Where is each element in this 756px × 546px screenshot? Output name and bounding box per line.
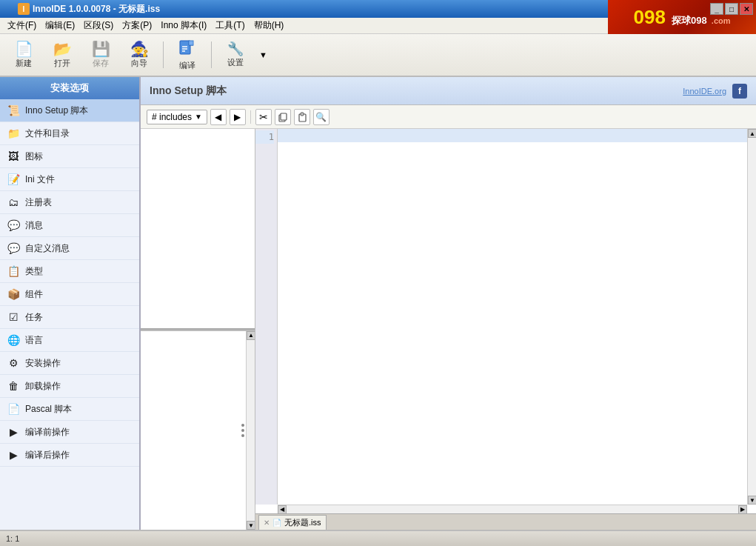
tab-close-icon[interactable]: ✕	[264, 519, 270, 527]
sidebar-item-post-compile[interactable]: ▶ 编译后操作	[0, 444, 139, 467]
menu-help[interactable]: 帮助(H)	[250, 18, 289, 33]
registry-icon: 🗂	[6, 195, 21, 210]
sidebar-item-types-label: 类型	[25, 265, 43, 278]
toolbar-separator	[163, 41, 164, 68]
sidebar-item-icons-label: 图标	[25, 150, 43, 163]
editor-line-1	[278, 129, 747, 142]
save-button[interactable]: 💾 保存	[83, 37, 118, 73]
resize-handle[interactable]	[240, 408, 246, 453]
sidebar-item-tasks-label: 任务	[25, 311, 43, 324]
sidebar-item-components[interactable]: 📦 组件	[0, 283, 139, 306]
svg-rect-2	[189, 41, 193, 45]
new-icon: 📄	[15, 41, 33, 56]
sidebar-item-messages-label: 消息	[25, 219, 43, 232]
sidebar-item-tasks[interactable]: ☑ 任务	[0, 306, 139, 329]
compile-icon	[178, 39, 196, 59]
tasks-icon: ☑	[6, 310, 21, 324]
sidebar-item-uninstall-ops-label: 卸载操作	[25, 380, 61, 393]
ini-icon: 📝	[6, 172, 21, 187]
open-button[interactable]: 📂 打开	[44, 37, 80, 73]
scroll-left-button[interactable]: ◀	[278, 505, 287, 514]
tab-icon: 📄	[272, 519, 281, 527]
right-editor: 1 ▲ ▼	[255, 129, 756, 530]
scroll-right-button[interactable]: ▶	[738, 505, 747, 514]
toolbar: 📄 新建 📂 打开 💾 保存 🧙 向导	[0, 34, 756, 77]
wizard-button[interactable]: 🧙 向导	[121, 37, 157, 73]
toolbar-separator-2	[211, 41, 212, 68]
close-button[interactable]: ✕	[740, 3, 753, 15]
menu-file[interactable]: 文件(F)	[3, 18, 41, 33]
copy-button[interactable]	[275, 109, 291, 125]
line-numbers: 1	[255, 129, 278, 505]
sidebar-item-icons[interactable]: 🖼 图标	[0, 145, 139, 168]
sidebar-item-uninstall-ops[interactable]: 🗑 卸载操作	[0, 375, 139, 398]
sidebar-item-files-dirs[interactable]: 📁 文件和目录	[0, 122, 139, 145]
back-button[interactable]: ◀	[210, 109, 227, 125]
scroll-track-h	[287, 505, 738, 514]
facebook-icon[interactable]: f	[732, 84, 747, 99]
file-list-panel[interactable]	[141, 129, 255, 330]
line-number-1: 1	[255, 130, 274, 144]
menu-tools[interactable]: 工具(T)	[211, 18, 249, 33]
sidebar-item-install-ops-label: 安装操作	[25, 357, 61, 370]
sidebar-item-custom-messages[interactable]: 💬 自定义消息	[0, 237, 139, 260]
uninstall-ops-icon: 🗑	[6, 379, 21, 393]
tab-name: 无标题.iss	[284, 517, 321, 528]
menu-inno[interactable]: Inno 脚本(I)	[156, 18, 211, 33]
innoid-link[interactable]: InnoIDE.org	[683, 87, 726, 96]
inc-separator	[250, 110, 251, 124]
scroll-up-button[interactable]: ▲	[247, 331, 255, 340]
wizard-icon: 🧙	[130, 41, 149, 56]
sidebar-item-language[interactable]: 🌐 语言	[0, 329, 139, 352]
editor-content[interactable]	[278, 129, 747, 505]
sidebar-item-components-label: 组件	[25, 288, 43, 301]
sidebar-item-ini-label: Ini 文件	[25, 173, 55, 186]
editor-scrollbar-v[interactable]: ▲ ▼	[747, 129, 756, 505]
compile-button[interactable]: 编译	[170, 37, 205, 73]
sidebar-item-messages[interactable]: 💬 消息	[0, 214, 139, 237]
sidebar-item-pre-compile[interactable]: ▶ 编译前操作	[0, 421, 139, 444]
includes-dropdown[interactable]: # includes ▼	[147, 110, 207, 124]
icons-icon: 🖼	[6, 149, 21, 164]
file-tab[interactable]: ✕ 📄 无标题.iss	[258, 515, 327, 530]
maximize-button[interactable]: □	[725, 3, 738, 15]
script-title: Inno Setup 脚本	[150, 84, 227, 98]
pascal-icon: 📄	[6, 402, 21, 416]
sidebar-item-pascal[interactable]: 📄 Pascal 脚本	[0, 398, 139, 421]
menu-section[interactable]: 区段(S)	[79, 18, 118, 33]
sidebar-item-custom-messages-label: 自定义消息	[25, 242, 70, 255]
scroll-up-button[interactable]: ▲	[748, 129, 756, 138]
inno-setup-icon: 📜	[6, 103, 21, 118]
search-button[interactable]: 🔍	[313, 109, 330, 125]
script-header: Inno Setup 脚本 InnoIDE.org f	[141, 77, 756, 105]
new-label: 新建	[16, 58, 32, 69]
svg-rect-7	[281, 113, 287, 120]
sidebar-item-install-ops[interactable]: ⚙ 安装操作	[0, 352, 139, 375]
sidebar-item-registry[interactable]: 🗂 注册表	[0, 191, 139, 214]
editor-scrollbar-h[interactable]: ◀ ▶	[278, 505, 747, 513]
scroll-down-button[interactable]: ▼	[247, 521, 255, 530]
includes-bar: # includes ▼ ◀ ▶ ✂ 🔍	[141, 105, 756, 129]
cursor-position: 1: 1	[6, 534, 19, 543]
sidebar-header: 安装选项	[0, 77, 139, 99]
forward-button[interactable]: ▶	[230, 109, 246, 125]
sidebar-item-ini[interactable]: 📝 Ini 文件	[0, 168, 139, 191]
new-button[interactable]: 📄 新建	[6, 37, 41, 73]
components-icon: 📦	[6, 287, 21, 302]
save-label: 保存	[93, 58, 109, 69]
minimize-button[interactable]: _	[710, 3, 723, 15]
compile-label: 编译	[179, 60, 195, 71]
sidebar-item-types[interactable]: 📋 类型	[0, 260, 139, 283]
menu-edit[interactable]: 编辑(E)	[41, 18, 79, 33]
menu-scheme[interactable]: 方案(P)	[118, 18, 156, 33]
types-icon: 📋	[6, 264, 21, 279]
pre-compile-icon: ▶	[6, 425, 21, 439]
settings-arrow[interactable]: ▼	[259, 50, 267, 59]
sidebar-item-inno-setup[interactable]: 📜 Inno Setup 脚本	[0, 99, 139, 122]
scroll-down-button[interactable]: ▼	[748, 496, 756, 505]
post-compile-icon: ▶	[6, 447, 21, 462]
cut-button[interactable]: ✂	[255, 109, 272, 125]
settings-button[interactable]: 🔧 设置	[218, 37, 253, 73]
paste-button[interactable]	[294, 109, 310, 125]
include-tree-panel[interactable]: ▲ ▼	[141, 331, 255, 530]
